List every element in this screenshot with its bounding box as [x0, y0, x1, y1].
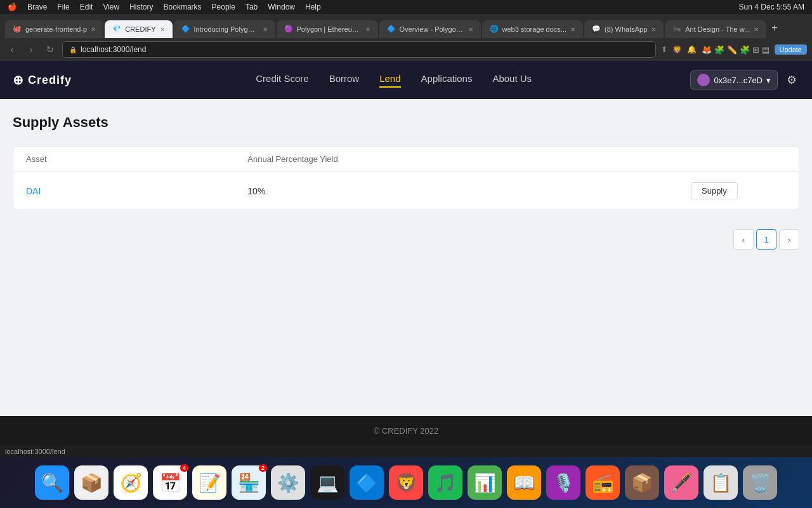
dock-calendar-badge: 4 — [180, 464, 188, 472]
dock: 🔍 📦 🧭 📅 4 📝 🏪 2 ⚙️ 💻 🔷 🦁 🎵 📊 📖 🎙️ 📻 📦 🖋️… — [0, 457, 812, 508]
address-text: localhost:3000/lend — [81, 45, 146, 54]
wallet-avatar — [697, 74, 710, 86]
nav-borrow[interactable]: Borrow — [329, 73, 360, 88]
logo-text: Credify — [28, 74, 72, 87]
footer: © CREDIFY 2022 — [0, 416, 812, 446]
pagination-prev[interactable]: ‹ — [733, 229, 754, 250]
dock-clipboard[interactable]: 📋 — [704, 465, 738, 500]
status-url: localhost:3000/lend — [5, 448, 65, 455]
dock-terminal[interactable]: 💻 — [310, 465, 344, 500]
app-container: ⊕ Credify Credit Score Borrow Lend Appli… — [0, 61, 812, 446]
view-menu[interactable]: View — [103, 3, 119, 11]
status-bar: localhost:3000/lend — [0, 446, 812, 457]
lock-icon: 🔒 — [69, 46, 77, 53]
tab-menu[interactable]: Tab — [246, 3, 258, 11]
history-menu[interactable]: History — [129, 3, 153, 11]
notifications-icon[interactable]: 🔔 — [687, 45, 697, 54]
dock-appstore-badge: 2 — [259, 464, 267, 472]
table-header: Asset Annual Percentage Yield — [13, 147, 799, 172]
file-menu[interactable]: File — [57, 3, 69, 11]
pagination-next[interactable]: › — [779, 229, 799, 250]
brave-menu[interactable]: Brave — [27, 3, 47, 11]
window-menu[interactable]: Window — [268, 3, 295, 11]
action-cell: Supply — [691, 182, 786, 199]
share-icon[interactable]: ⬆ — [661, 45, 667, 54]
pagination-page-1[interactable]: 1 — [756, 229, 776, 250]
column-header-action — [691, 154, 786, 164]
dock-settings[interactable]: ⚙️ — [271, 465, 305, 500]
dock-trash[interactable]: 🗑️ — [743, 465, 777, 500]
wallet-button[interactable]: 0x3e7...c7eD ▾ — [690, 70, 778, 90]
main-content: Supply Assets Asset Annual Percentage Yi… — [0, 99, 812, 416]
browser-tab-polygon2[interactable]: 🟣 Polygon | Ethereum'... ✕ — [277, 20, 378, 38]
nav-lend[interactable]: Lend — [379, 73, 400, 88]
edit-menu[interactable]: Edit — [80, 3, 93, 11]
browser-tab-polygon3[interactable]: 🔷 Overview - Polygon... ✕ — [379, 20, 481, 38]
nav-applications[interactable]: Applications — [421, 73, 473, 88]
dock-grapher[interactable]: 📻 — [586, 465, 620, 500]
reload-button[interactable]: ↻ — [43, 43, 57, 57]
dock-appstore[interactable]: 🏪 2 — [232, 465, 266, 500]
ext-fox[interactable]: 🦊 — [702, 45, 712, 55]
new-tab-button[interactable]: + — [768, 22, 781, 34]
browser-tab[interactable]: 🐙 generate-frontend-p ✕ — [5, 20, 103, 38]
dock-pen[interactable]: 🖋️ — [664, 465, 698, 500]
forward-button[interactable]: › — [24, 43, 38, 57]
dock-notes[interactable]: 📝 — [192, 465, 226, 500]
dock-launchpad[interactable]: 📦 — [74, 465, 108, 500]
ext-pen[interactable]: ✏️ — [727, 45, 737, 55]
people-menu[interactable]: People — [212, 3, 235, 11]
ext-puzzle2[interactable]: 🧩 — [740, 45, 750, 55]
dock-podcasts[interactable]: 🎙️ — [546, 465, 580, 500]
browser-tab-polygon1[interactable]: 🔷 Introducing Polygon... ✕ — [174, 20, 275, 38]
asset-cell: DAI — [26, 185, 247, 197]
shield-icon[interactable]: 🦁 — [672, 45, 682, 54]
system-time: Sun 4 Dec 5:55 AM — [739, 3, 804, 11]
wallet-address: 0x3e7...c7eD — [714, 76, 763, 85]
dock-numbers[interactable]: 📊 — [468, 465, 502, 500]
asset-link-dai[interactable]: DAI — [26, 186, 41, 196]
dock-safari[interactable]: 🧭 — [114, 465, 148, 500]
help-menu[interactable]: Help — [305, 3, 321, 11]
ext-grid[interactable]: ⊞ — [752, 45, 759, 55]
wallet-area: 0x3e7...c7eD ▾ ⚙ — [690, 70, 799, 90]
bookmarks-menu[interactable]: Bookmarks — [164, 3, 202, 11]
pagination: ‹ 1 › — [13, 223, 799, 256]
address-bar[interactable]: 🔒 localhost:3000/lend — [62, 41, 656, 58]
column-header-apy: Annual Percentage Yield — [247, 154, 691, 164]
dock-vscode[interactable]: 🔷 — [350, 465, 384, 500]
extension-icons: 🦊 🧩 ✏️ 🧩 ⊞ ▤ — [702, 45, 769, 55]
ext-puzzle[interactable]: 🧩 — [714, 45, 724, 55]
back-button[interactable]: ‹ — [5, 43, 19, 57]
logo[interactable]: ⊕ Credify — [13, 72, 72, 88]
menu-bar: 🍎 Brave File Edit View History Bookmarks… — [0, 0, 812, 14]
settings-icon[interactable]: ⚙ — [784, 70, 799, 90]
dock-brave[interactable]: 🦁 — [389, 465, 423, 500]
dock-spotify[interactable]: 🎵 — [428, 465, 462, 500]
nav-about-us[interactable]: About Us — [492, 73, 532, 88]
ext-sidebar[interactable]: ▤ — [762, 45, 769, 55]
dock-package[interactable]: 📦 — [625, 465, 659, 500]
browser-tab-whatsapp[interactable]: 💬 (8) WhatsApp ✕ — [584, 20, 664, 38]
supply-button[interactable]: Supply — [691, 182, 738, 199]
dock-calendar[interactable]: 📅 4 — [153, 465, 187, 500]
browser-tab-web3[interactable]: 🌐 web3 storage docs... ✕ — [482, 20, 584, 38]
dock-pages[interactable]: 📖 — [507, 465, 541, 500]
table-row: DAI 10% Supply — [13, 172, 799, 210]
chevron-down-icon: ▾ — [766, 76, 771, 85]
update-button[interactable]: Update — [775, 44, 807, 55]
navbar: ⊕ Credify Credit Score Borrow Lend Appli… — [0, 61, 812, 99]
page-title: Supply Assets — [13, 114, 799, 131]
addressbar-row: ‹ › ↻ 🔒 localhost:3000/lend ⬆ 🦁 🔔 🦊 🧩 ✏️… — [0, 38, 812, 61]
tabs-bar: 🐙 generate-frontend-p ✕ 💎 CREDIFY ✕ 🔷 In… — [0, 14, 812, 38]
column-header-asset: Asset — [26, 154, 247, 164]
browser-tab-credify[interactable]: 💎 CREDIFY ✕ — [105, 20, 172, 38]
nav-links: Credit Score Borrow Lend Applications Ab… — [97, 73, 690, 88]
apy-cell: 10% — [247, 186, 691, 196]
browser-tab-antdesign[interactable]: 🐜 Ant Design - The w... ✕ — [665, 20, 766, 38]
dock-finder[interactable]: 🔍 — [35, 465, 69, 500]
nav-credit-score[interactable]: Credit Score — [256, 73, 308, 88]
footer-text: © CREDIFY 2022 — [374, 426, 439, 436]
logo-icon: ⊕ — [13, 72, 24, 88]
apple-menu[interactable]: 🍎 — [8, 3, 17, 11]
